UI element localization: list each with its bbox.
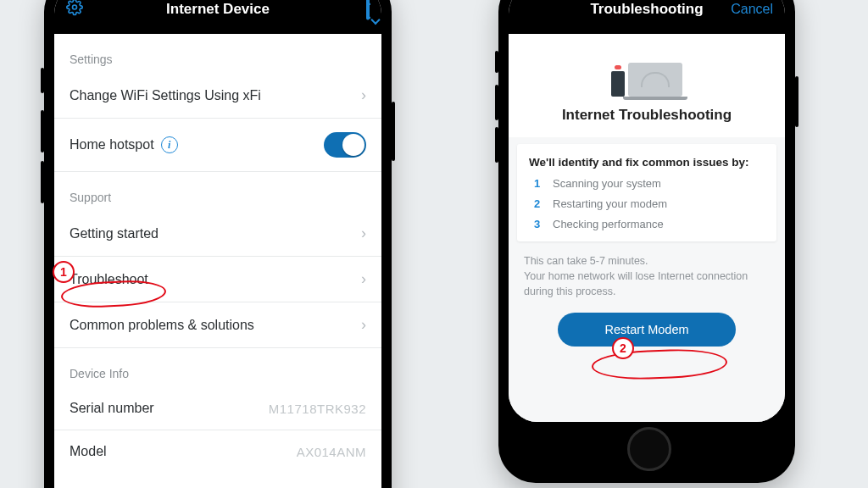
note-line: This can take 5-7 minutes.: [524, 253, 770, 269]
step-text: Checking performance: [553, 218, 664, 230]
info-icon[interactable]: i: [161, 136, 178, 153]
restart-modem-button[interactable]: Restart Modem: [558, 313, 736, 347]
row-label: Home hotspot: [70, 137, 154, 152]
step-text: Scanning your system: [553, 177, 661, 190]
phone-left: Internet Device Settings Change WiFi Set…: [44, 0, 392, 488]
navbar-title: Internet Device: [166, 1, 270, 18]
chevron-right-icon: ›: [361, 86, 366, 104]
settings-list: Settings Change WiFi Settings Using xFi …: [54, 34, 381, 473]
laptop-icon: [628, 63, 682, 97]
model-value: AX014ANM: [297, 445, 366, 459]
step-item: 2 Restarting your modem: [534, 197, 765, 210]
section-header-settings: Settings: [54, 34, 381, 73]
home-button[interactable]: [627, 427, 671, 471]
annotation-badge-1: 1: [53, 261, 75, 283]
row-change-wifi[interactable]: Change WiFi Settings Using xFi ›: [54, 73, 381, 119]
annotation-badge-2: 2: [612, 337, 634, 359]
row-label: Common problems & solutions: [70, 318, 254, 333]
step-number: 3: [534, 218, 542, 230]
hero-title: Internet Troubleshooting: [517, 107, 776, 124]
row-model: Model AX014ANM: [54, 430, 381, 473]
chevron-right-icon: ›: [361, 316, 366, 334]
chevron-right-icon: ›: [361, 225, 366, 242]
row-label: Change WiFi Settings Using xFi: [70, 88, 261, 103]
step-number: 2: [534, 197, 542, 210]
hero-section: Internet Troubleshooting: [509, 34, 785, 137]
row-label: Model: [70, 444, 107, 459]
step-item: 1 Scanning your system: [534, 177, 765, 190]
note-text: This can take 5-7 minutes. Your home net…: [509, 241, 785, 299]
chat-icon[interactable]: [366, 0, 370, 19]
row-common-problems[interactable]: Common problems & solutions ›: [54, 302, 381, 348]
row-home-hotspot[interactable]: Home hotspot i: [54, 119, 381, 172]
phone-right: Troubleshooting Cancel Internet Troubles…: [498, 0, 795, 483]
chevron-right-icon: ›: [361, 270, 366, 288]
section-header-support: Support: [54, 172, 381, 211]
row-troubleshoot[interactable]: Troubleshoot ›: [54, 257, 381, 302]
row-getting-started[interactable]: Getting started ›: [54, 211, 381, 257]
row-label: Getting started: [70, 226, 159, 241]
svg-point-0: [73, 5, 77, 9]
note-line: Your home network will lose Internet con…: [524, 269, 770, 299]
section-header-device-info: Device Info: [54, 348, 381, 387]
navbar-title: Troubleshooting: [590, 1, 703, 18]
hero-illustration: [517, 51, 776, 97]
hotspot-toggle[interactable]: [324, 132, 366, 158]
serial-value: M11718TRK932: [269, 402, 366, 416]
modem-icon: [611, 71, 625, 97]
row-label: Serial number: [70, 401, 154, 416]
navbar-internet-device: Internet Device: [54, 0, 381, 34]
row-label: Troubleshoot: [70, 272, 148, 287]
step-number: 1: [534, 177, 542, 190]
row-serial-number: Serial number M11718TRK932: [54, 387, 381, 430]
step-item: 3 Checking performance: [534, 218, 765, 230]
navbar-troubleshooting: Troubleshooting Cancel: [509, 0, 785, 34]
gear-icon[interactable]: [66, 0, 83, 20]
card-lead: We'll identify and fix common issues by:: [529, 156, 765, 169]
step-text: Restarting your modem: [553, 197, 667, 210]
steps-card: We'll identify and fix common issues by:…: [517, 144, 776, 241]
cancel-button[interactable]: Cancel: [731, 2, 773, 17]
